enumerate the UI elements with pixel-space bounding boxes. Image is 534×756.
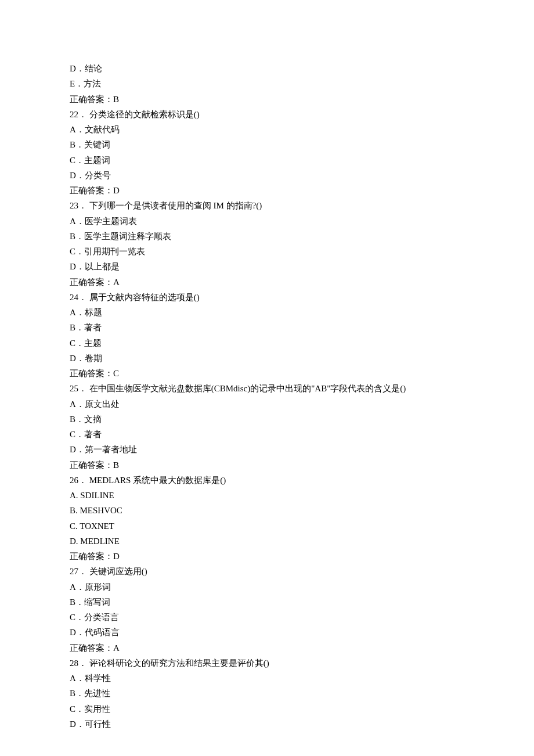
answer-line: 正确答案：D: [70, 549, 534, 564]
answer-label: 正确答案：: [70, 186, 113, 195]
question-stem: 23． 下列哪一个是供读者使用的查阅 IM 的指南?(): [70, 198, 534, 213]
question-text: 在中国生物医学文献光盘数据库(CBMdisc)的记录中出现的"AB"字段代表的含…: [89, 384, 406, 393]
question-number: 23．: [70, 201, 87, 210]
question-number: 26．: [70, 476, 87, 485]
answer-line: 正确答案：D: [70, 183, 534, 198]
answer-value: A: [113, 278, 120, 287]
document-page: D．结论 E．方法 正确答案：B 22． 分类途径的文献检索标识是() A．文献…: [0, 0, 534, 732]
option-text: B．缩写词: [70, 595, 534, 610]
option-text: C．主题词: [70, 153, 534, 168]
option-text: D．第一著者地址: [70, 442, 534, 457]
option-text: C．分类语言: [70, 610, 534, 625]
option-text: B．文摘: [70, 412, 534, 427]
answer-line: 正确答案：A: [70, 275, 534, 290]
answer-value: B: [113, 95, 119, 104]
question-stem: 22． 分类途径的文献检索标识是(): [70, 107, 534, 122]
option-text: A．标题: [70, 305, 534, 320]
question-text: MEDLARS 系统中最大的数据库是(): [89, 476, 226, 485]
answer-line: 正确答案：B: [70, 458, 534, 473]
option-text: B．关键词: [70, 137, 534, 152]
answer-label: 正确答案：: [70, 643, 113, 653]
question-stem: 27． 关键词应选用(): [70, 564, 534, 579]
question-number: 25．: [70, 384, 87, 393]
answer-line: 正确答案：C: [70, 366, 534, 381]
option-text: A．文献代码: [70, 122, 534, 137]
option-text: D．结论: [70, 61, 534, 76]
option-text: C．主题: [70, 336, 534, 351]
question-number: 22．: [70, 110, 87, 119]
answer-value: B: [113, 460, 119, 470]
option-text: D．代码语言: [70, 625, 534, 640]
question-text: 评论科研论文的研究方法和结果主要是评价其(): [89, 658, 269, 668]
question-stem: 26． MEDLARS 系统中最大的数据库是(): [70, 473, 534, 488]
option-text: D. MEDLINE: [70, 534, 534, 549]
answer-line: 正确答案：A: [70, 640, 534, 656]
option-text: A．原形词: [70, 579, 534, 595]
option-text: E．方法: [70, 76, 534, 91]
option-text: A．医学主题词表: [70, 214, 534, 229]
option-text: B．先进性: [70, 686, 534, 701]
answer-value: D: [113, 186, 120, 195]
question-number: 28．: [70, 658, 87, 668]
option-text: C. TOXNET: [70, 519, 534, 534]
answer-label: 正确答案：: [70, 278, 113, 287]
option-text: A．原文出处: [70, 397, 534, 412]
option-text: B．医学主题词注释字顺表: [70, 229, 534, 244]
question-stem: 28． 评论科研论文的研究方法和结果主要是评价其(): [70, 656, 534, 671]
question-text: 关键词应选用(): [89, 567, 147, 576]
answer-label: 正确答案：: [70, 95, 113, 104]
answer-line: 正确答案：B: [70, 92, 534, 107]
question-number: 24．: [70, 293, 87, 302]
answer-value: A: [113, 643, 120, 653]
question-number: 27．: [70, 567, 87, 576]
question-stem: 24． 属于文献内容特征的选项是(): [70, 290, 534, 305]
answer-label: 正确答案：: [70, 460, 113, 470]
option-text: D．卷期: [70, 351, 534, 366]
option-text: C．实用性: [70, 701, 534, 717]
option-text: D．可行性: [70, 717, 534, 732]
option-text: B. MESHVOC: [70, 503, 534, 518]
option-text: D．分类号: [70, 168, 534, 183]
option-text: A．科学性: [70, 671, 534, 686]
option-text: B．著者: [70, 320, 534, 335]
answer-label: 正确答案：: [70, 552, 113, 561]
question-text: 属于文献内容特征的选项是(): [89, 293, 200, 302]
option-text: C．著者: [70, 427, 534, 442]
option-text: A. SDILINE: [70, 488, 534, 503]
question-stem: 25． 在中国生物医学文献光盘数据库(CBMdisc)的记录中出现的"AB"字段…: [70, 381, 534, 396]
answer-value: C: [113, 369, 119, 378]
answer-label: 正确答案：: [70, 369, 113, 378]
question-text: 下列哪一个是供读者使用的查阅 IM 的指南?(): [89, 201, 262, 210]
answer-value: D: [113, 552, 120, 561]
question-text: 分类途径的文献检索标识是(): [89, 110, 200, 119]
option-text: D．以上都是: [70, 259, 534, 274]
option-text: C．引用期刊一览表: [70, 244, 534, 259]
